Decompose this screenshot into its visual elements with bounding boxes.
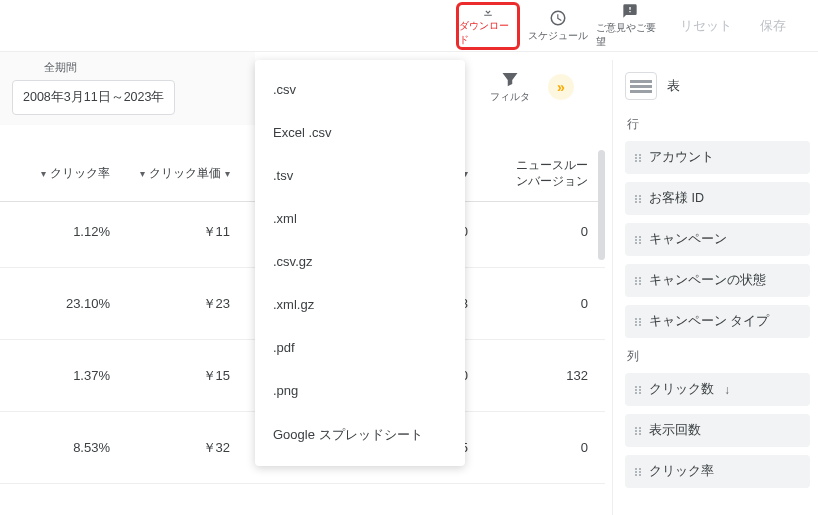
download-menu-item[interactable]: .png [255,369,465,412]
sort-arrow-icon: ▾ [41,168,46,179]
feedback-label: ご意見やご要望 [596,21,664,49]
download-icon [479,5,497,18]
drag-handle-icon [635,427,643,435]
table-type-icon [625,72,657,100]
sort-arrow-icon: ▾ [225,168,230,179]
chip-label: 表示回数 [649,422,701,439]
download-menu-item[interactable]: .pdf [255,326,465,369]
download-menu-item[interactable]: .csv.gz [255,240,465,283]
cell-newsroom: 0 [478,224,598,239]
cell-cpc: ￥15 [120,367,240,385]
schedule-label: スケジュール [528,29,588,43]
col-newsroom[interactable]: ニュースルー ンバージョン [478,158,598,189]
drag-handle-icon [635,154,643,162]
save-button[interactable]: 保存 [748,17,798,35]
filter-button[interactable]: フィルタ [490,70,530,104]
chip-label: アカウント [649,149,714,166]
metric-chip[interactable]: 表示回数 [625,414,810,447]
download-label: ダウンロード [459,19,517,47]
download-menu-item[interactable]: .xml.gz [255,283,465,326]
download-button[interactable]: ダウンロード [456,2,520,50]
cell-ctr: 1.37% [0,368,120,383]
dimension-chip[interactable]: キャンペーンの状態 [625,264,810,297]
drag-handle-icon [635,195,643,203]
drag-handle-icon [635,386,643,394]
sort-down-icon: ↓ [724,383,730,397]
cell-cpc: ￥23 [120,295,240,313]
dimension-chip[interactable]: キャンペーン タイプ [625,305,810,338]
cell-ctr: 1.12% [0,224,120,239]
scrollbar-thumb[interactable] [598,150,605,260]
download-menu-item[interactable]: Google スプレッドシート [255,412,465,458]
drag-handle-icon [635,277,643,285]
chip-label: クリック率 [649,463,714,480]
cols-section-label: 列 [627,348,810,365]
cell-ctr: 8.53% [0,440,120,455]
filter-label: フィルタ [490,90,530,104]
download-menu: .csvExcel .csv.tsv.xml.csv.gz.xml.gz.pdf… [255,60,465,466]
chip-label: キャンペーン タイプ [649,313,769,330]
date-range-zone: 全期間 2008年3月11日～2023年 [0,52,255,125]
col-ctr[interactable]: ▾クリック率 [0,158,120,189]
chart-type-selector[interactable]: 表 [625,72,810,100]
schedule-button[interactable]: スケジュール [524,3,592,49]
metric-chip[interactable]: クリック率 [625,455,810,488]
reset-button[interactable]: リセット [668,17,744,35]
metric-chip[interactable]: クリック数↓ [625,373,810,406]
dimension-chip[interactable]: アカウント [625,141,810,174]
cell-cpc: ￥11 [120,223,240,241]
chip-label: お客様 ID [649,190,704,207]
chart-type-label: 表 [667,77,680,95]
date-range-picker[interactable]: 2008年3月11日～2023年 [12,80,175,115]
col-cpc[interactable]: ▾クリック単価▾ [120,158,240,189]
side-panel: 表 行 アカウントお客様 IDキャンペーンキャンペーンの状態キャンペーン タイプ… [612,60,818,515]
cell-cpc: ￥32 [120,439,240,457]
download-menu-item[interactable]: Excel .csv [255,111,465,154]
chevron-right-icon: » [557,79,565,95]
drag-handle-icon [635,236,643,244]
download-menu-item[interactable]: .csv [255,68,465,111]
table-scrollbar[interactable] [598,148,605,368]
chip-label: キャンペーンの状態 [649,272,766,289]
clock-icon [549,9,567,27]
download-menu-item[interactable]: .tsv [255,154,465,197]
cell-newsroom: 0 [478,296,598,311]
drag-handle-icon [635,468,643,476]
download-menu-item[interactable]: .xml [255,197,465,240]
dimension-chip[interactable]: お客様 ID [625,182,810,215]
sort-arrow-icon: ▾ [140,168,145,179]
cell-newsroom: 132 [478,368,598,383]
filter-zone: フィルタ » [490,70,574,104]
chip-label: キャンペーン [649,231,727,248]
feedback-button[interactable]: ご意見やご要望 [596,3,664,49]
feedback-icon [621,3,639,19]
cell-ctr: 23.10% [0,296,120,311]
rows-section-label: 行 [627,116,810,133]
top-toolbar: ダウンロード スケジュール ご意見やご要望 リセット 保存 [0,0,818,52]
filter-icon [501,70,519,88]
dimension-chip[interactable]: キャンペーン [625,223,810,256]
chip-label: クリック数 [649,381,714,398]
cell-newsroom: 0 [478,440,598,455]
date-range-label: 全期間 [44,60,77,75]
expand-button[interactable]: » [548,74,574,100]
drag-handle-icon [635,318,643,326]
